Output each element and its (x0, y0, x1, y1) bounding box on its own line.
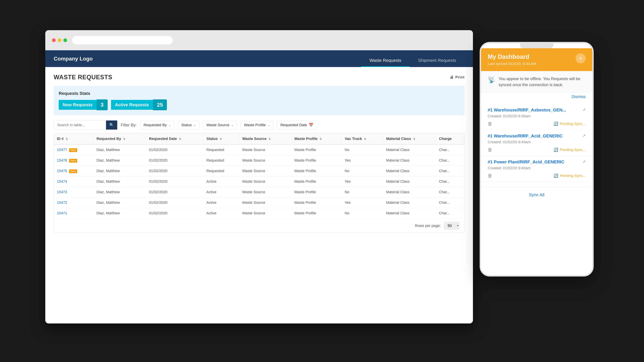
rows-per-page-select[interactable]: 50 25 100 (444, 222, 459, 229)
requested-date-filter[interactable]: Requested Date 📅 (277, 121, 317, 129)
requests-table: ID # ⇅ Requested By ⇅ Requested Date ⇅ S… (54, 133, 464, 219)
cell-status: Active (204, 208, 239, 219)
cell-requested-date: 01/02/2020 (146, 155, 203, 166)
cell-requested-by: Diaz, Matthew (94, 144, 146, 155)
sync-icon: 🔄 (554, 148, 558, 152)
id-link[interactable]: 15472 (57, 200, 67, 205)
cell-waste-source: Waste Source (239, 155, 291, 166)
cell-id: 15477 New (54, 144, 94, 155)
cell-id: 15473 (54, 187, 94, 197)
nav-tab-waste-requests[interactable]: Waste Requests (361, 54, 410, 67)
col-status[interactable]: Status ⇅ (204, 133, 239, 144)
cell-waste-profile: Waste Profile (291, 166, 342, 176)
cell-charge: Char... (436, 197, 464, 208)
stats-title: Requests Stats (59, 91, 460, 96)
waste-profile-filter[interactable]: Waste Profile ⌄ (240, 121, 274, 129)
search-button[interactable]: 🔍 (106, 120, 117, 130)
id-link[interactable]: 15476 (57, 158, 67, 162)
col-requested-by[interactable]: Requested By ⇅ (94, 133, 146, 144)
search-box: 🔍 (54, 120, 118, 130)
cell-status: Requested (204, 155, 239, 166)
cell-status: Active (204, 176, 239, 187)
share-icon[interactable]: ↗ (582, 107, 586, 112)
chevron-down-icon: ⌄ (231, 123, 234, 127)
company-logo: Company Logo (54, 56, 361, 62)
cell-charge: Char... (436, 208, 464, 219)
col-waste-profile[interactable]: Waste Profile ⇅ (291, 133, 342, 144)
cell-waste-source: Waste Source (239, 176, 291, 187)
cell-requested-by: Diaz, Matthew (94, 197, 146, 208)
browser-address-bar[interactable] (72, 36, 173, 44)
delete-icon[interactable]: 🗑 (488, 173, 492, 178)
calendar-icon: 📅 (309, 123, 313, 127)
sync-all-button[interactable]: Sync All (481, 187, 592, 202)
col-vac-truck[interactable]: Vac Truck ⇅ (342, 133, 383, 144)
requests-table-container: ID # ⇅ Requested By ⇅ Requested Date ⇅ S… (54, 133, 464, 233)
delete-icon[interactable]: 🗑 (488, 121, 492, 126)
table-footer: Rows per page: 50 25 100 (54, 219, 464, 233)
cell-material-class: Material Class (383, 155, 436, 166)
nav-tab-shipment-requests[interactable]: Shipment Requests (410, 54, 464, 67)
cell-vac-truck: Yes (342, 197, 383, 208)
print-button[interactable]: 🖨 Print (450, 75, 464, 79)
new-requests-count: 3 (96, 99, 108, 110)
delete-icon[interactable]: 🗑 (488, 147, 492, 152)
add-button[interactable]: + (576, 53, 586, 63)
pending-sync-status: 🔄 Pending Sync... (554, 122, 586, 126)
id-link[interactable]: 15477 (57, 148, 67, 152)
col-id[interactable]: ID # ⇅ (54, 133, 94, 144)
cell-requested-by: Diaz, Matthew (94, 176, 146, 187)
cell-charge: Char... (436, 155, 464, 166)
sync-item-actions: 🗑 🔄 Pending Sync... (488, 147, 586, 152)
cell-material-class: Material Class (383, 176, 436, 187)
id-link[interactable]: 15475 (57, 169, 67, 173)
new-requests-badge[interactable]: New Requests 3 (59, 99, 108, 110)
new-badge: New (69, 169, 77, 173)
sync-item-header: #1 Warehouse/RIRF_Asbestos_GEN... ↗ (488, 107, 586, 113)
sync-item-actions: 🗑 🔄 Pending Sync... (488, 173, 586, 178)
sync-items-list: #1 Warehouse/RIRF_Asbestos_GEN... ↗ Crea… (481, 101, 592, 185)
id-link[interactable]: 15473 (57, 190, 67, 194)
share-icon[interactable]: ↗ (582, 159, 586, 164)
pending-sync-label: Pending Sync... (560, 148, 586, 152)
cell-id: 15476 New (54, 155, 94, 166)
pending-sync-label: Pending Sync... (560, 174, 586, 178)
stats-section: Requests Stats New Requests 3 Active Req… (54, 86, 464, 115)
filters-row: 🔍 Filter By: Requested By ⌄ Status ⌄ Was… (54, 120, 464, 130)
sync-item-header: #1 Power Plant/RIRF_Acid_GENERIC ↗ (488, 159, 586, 165)
col-material-class[interactable]: Material Class ⇅ (383, 133, 436, 144)
cell-vac-truck: No (342, 208, 383, 219)
cell-vac-truck: Yes (342, 176, 383, 187)
sync-item-title: #1 Power Plant/RIRF_Acid_GENERIC (488, 159, 582, 165)
cell-material-class: Material Class (383, 166, 436, 176)
cell-charge: Char... (436, 187, 464, 197)
dismiss-button[interactable]: Dismiss (481, 93, 592, 101)
table-row: 15474 Diaz, Matthew 01/02/2020 Active Wa… (54, 176, 464, 187)
pending-sync-label: Pending Sync... (560, 122, 586, 126)
cell-requested-by: Diaz, Matthew (94, 187, 146, 197)
col-requested-date[interactable]: Requested Date ⇅ (146, 133, 203, 144)
share-icon[interactable]: ↗ (582, 133, 586, 138)
cell-requested-date: 01/02/2020 (146, 166, 203, 176)
active-requests-label: Active Requests (111, 100, 153, 110)
status-filter[interactable]: Status ⌄ (178, 121, 200, 129)
col-waste-source[interactable]: Waste Source ⇅ (239, 133, 291, 144)
search-input[interactable] (54, 120, 106, 130)
status-label: Status (181, 123, 192, 127)
cell-requested-date: 01/02/2020 (146, 144, 203, 155)
active-requests-badge[interactable]: Active Requests 25 (111, 99, 167, 110)
cell-waste-profile: Waste Profile (291, 187, 342, 197)
filter-by-label: Filter By: (121, 123, 137, 127)
id-link[interactable]: 15474 (57, 179, 67, 184)
table-row: 15473 Diaz, Matthew 01/02/2020 Active Wa… (54, 187, 464, 197)
waste-source-filter[interactable]: Waste Source ⌄ (203, 121, 237, 129)
sync-item: #1 Warehouse/RIRF_Acid_GENERIC ↗ Created… (481, 130, 592, 156)
id-link[interactable]: 15471 (57, 211, 67, 215)
requested-by-filter[interactable]: Requested By ⌄ (140, 121, 174, 129)
sync-icon: 🔄 (554, 122, 558, 126)
col-charge[interactable]: Charge (436, 133, 464, 144)
table-header: ID # ⇅ Requested By ⇅ Requested Date ⇅ S… (54, 133, 464, 144)
chevron-down-icon: ⌄ (193, 123, 196, 127)
cell-material-class: Material Class (383, 197, 436, 208)
cell-waste-profile: Waste Profile (291, 197, 342, 208)
